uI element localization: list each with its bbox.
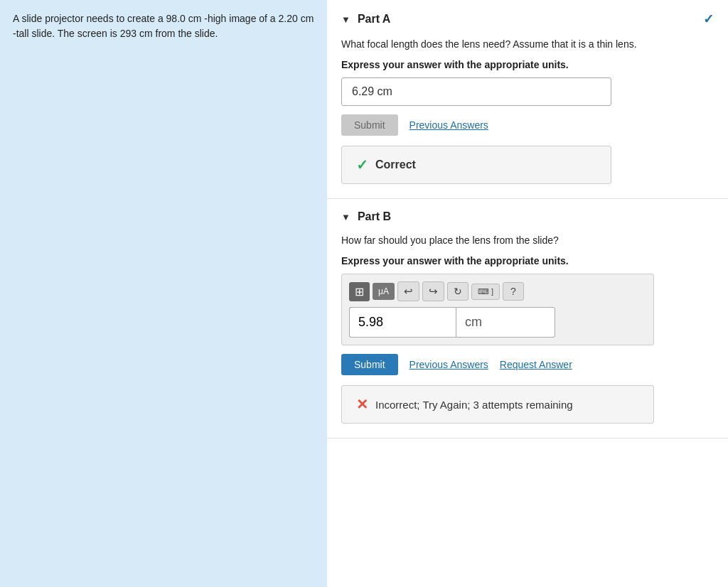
part-a-chevron[interactable]: ▼ [341,14,350,25]
undo-icon: ↩ [404,285,413,298]
part-a-question: What focal length does the lens need? As… [341,37,714,52]
part-b-previous-answers-link[interactable]: Previous Answers [410,359,488,370]
right-panel: ▼ Part A ✓ What focal length does the le… [327,0,728,587]
grid-icon-button[interactable]: ⊞ [349,282,370,301]
part-a-submit-row: Submit Previous Answers [341,114,714,136]
undo-button[interactable]: ↩ [397,281,419,301]
part-a-section: ▼ Part A ✓ What focal length does the le… [327,0,728,199]
grid-icon: ⊞ [355,285,364,298]
incorrect-text: Incorrect; Try Again; 3 attempts remaini… [375,399,573,411]
part-b-request-answer-link[interactable]: Request Answer [500,359,572,370]
reload-icon: ↻ [454,286,462,297]
math-toolbar: ⊞ μA ↩ ↪ ↻ ⌨ ] ? [349,281,646,301]
part-b-unit-input[interactable] [456,307,555,338]
part-a-checkmark: ✓ [703,11,714,27]
problem-text: A slide projector needs to create a 98.0… [13,13,314,39]
part-b-submit-row: Submit Previous Answers Request Answer [341,354,714,375]
part-b-chevron[interactable]: ▼ [341,212,350,222]
redo-icon: ↪ [429,285,438,298]
part-a-title: Part A [358,13,696,26]
part-b-submit-button[interactable]: Submit [341,354,398,375]
part-a-header: ▼ Part A ✓ [341,11,714,27]
part-b-incorrect-box: ✕ Incorrect; Try Again; 3 attempts remai… [341,385,654,424]
part-b-express-label: Express your answer with the appropriate… [341,255,714,266]
part-a-answer-input[interactable] [341,77,611,106]
part-b-title: Part B [358,210,714,223]
part-a-previous-answers-link[interactable]: Previous Answers [410,119,488,131]
part-a-check-icon: ✓ [356,156,368,173]
part-a-correct-label: Correct [375,158,416,171]
problem-panel: A slide projector needs to create a 98.0… [0,0,327,587]
redo-button[interactable]: ↪ [422,281,444,301]
help-button[interactable]: ? [503,282,524,301]
part-b-header: ▼ Part B [341,210,714,223]
math-input-row [349,307,646,338]
mu-button[interactable]: μA [373,283,395,300]
part-b-section: ▼ Part B How far should you place the le… [327,199,728,438]
part-b-question: How far should you place the lens from t… [341,233,714,248]
math-input-container: ⊞ μA ↩ ↪ ↻ ⌨ ] ? [341,274,654,345]
part-b-number-input[interactable] [349,307,456,338]
part-a-correct-box: ✓ Correct [341,146,611,184]
x-icon: ✕ [356,396,368,413]
part-a-submit-button[interactable]: Submit [341,114,398,136]
reload-button[interactable]: ↻ [447,282,469,301]
part-a-express-label: Express your answer with the appropriate… [341,59,714,70]
keyboard-button[interactable]: ⌨ ] [471,284,500,300]
